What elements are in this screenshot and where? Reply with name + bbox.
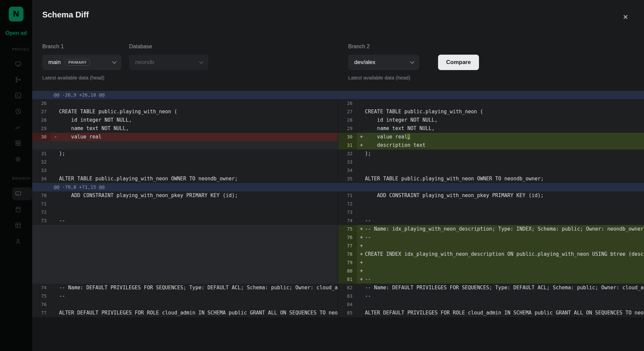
line-number: 31 [338,141,357,150]
diff-line-left: 33 [32,166,338,175]
code-text [59,267,338,275]
code-text: name text NOT NULL, [365,124,644,133]
diff-row: 27CREATE TABLE public.playing_with_neon … [32,108,644,116]
code-text [59,258,338,267]
diff-line-right: 29 name text NOT NULL, [338,124,644,133]
diff-line-left: 32 [32,158,338,166]
schema-diff-modal: Schema Diff ✕ Branch 1 Database Branch 2… [32,0,644,351]
diff-marker [357,208,365,217]
code-text: -- [59,217,338,225]
database-select[interactable]: neondb [129,55,208,70]
diff-line-right: 32); [338,150,644,158]
diff-line-left: 72 [32,208,338,217]
diff-marker [357,108,365,116]
code-text: -- [365,275,644,284]
line-number: 33 [338,158,357,166]
line-number: 29 [338,124,357,133]
code-text: id integer NOT NULL, [59,116,338,124]
diff-row: 29 name text NOT NULL,29 name text NOT N… [32,124,644,133]
code-text: ALTER DEFAULT PRIVILEGES FOR ROLE cloud_… [59,309,338,317]
code-text: CREATE INDEX idx_playing_with_neon_descr… [365,250,644,258]
branch2-select[interactable]: dev/alex [348,55,419,70]
line-number: 32 [338,150,357,158]
diff-marker [51,225,59,233]
diff-view: @@ -26,9 +26,10 @@262627CREATE TABLE pub… [32,91,644,351]
diff-line-left [32,233,338,242]
diff-marker [51,250,59,258]
diff-marker [51,267,59,275]
line-number: 75 [32,292,51,300]
diff-marker [51,309,59,317]
diff-marker [51,116,59,124]
diff-line-right: 77+ [338,242,644,250]
diff-row: 77ALTER DEFAULT PRIVILEGES FOR ROLE clou… [32,309,644,317]
code-text: ALTER DEFAULT PRIVILEGES FOR ROLE cloud_… [365,309,644,317]
diff-line-right: 72 [338,200,644,208]
diff-line-left [32,242,338,250]
diff-line-left: 74-- Name: DEFAULT PRIVILEGES FOR SEQUEN… [32,284,338,292]
line-number [32,233,51,242]
code-text [365,300,644,309]
diff-marker [357,166,365,175]
page-title: Schema Diff [42,10,89,19]
diff-line-left [32,258,338,267]
diff-marker [357,124,365,133]
branch1-select[interactable]: main PRIMARY [42,55,121,70]
diff-row: 31);32); [32,150,644,158]
diff-line-left: 75-- [32,292,338,300]
code-text: ALTER TABLE public.playing_with_neon OWN… [59,175,338,183]
line-number: 71 [32,200,51,208]
diff-line-right: 35ALTER TABLE public.playing_with_neon O… [338,175,644,183]
code-text [59,242,338,250]
code-text: value real [59,133,338,141]
diff-line-left: 70 ADD CONSTRAINT playing_with_neon_pkey… [32,191,338,200]
line-number [32,275,51,284]
chevron-down-icon [199,61,204,64]
line-number [32,250,51,258]
close-button[interactable]: ✕ [619,11,632,23]
diff-marker [51,275,59,284]
compare-button[interactable]: Compare [438,55,479,70]
diff-row: 31+ description text [32,141,644,150]
diff-row: 70 ADD CONSTRAINT playing_with_neon_pkey… [32,191,644,200]
diff-line-right: 71 ADD CONSTRAINT playing_with_neon_pkey… [338,191,644,200]
line-number: 73 [338,208,357,217]
code-text: ); [365,150,644,158]
line-number: 82 [338,284,357,292]
diff-marker: + [357,275,365,284]
diff-line-left [32,250,338,258]
diff-row: 75--83-- [32,292,644,300]
diff-line-left: 76 [32,300,338,309]
diff-row: 2626 [32,99,644,108]
line-number [32,141,51,150]
diff-line-left: 28 id integer NOT NULL, [32,116,338,124]
diff-marker: + [357,133,365,141]
diff-hunk-header: @@ -70,8 +71,15 @@ [32,183,644,191]
diff-line-left [32,225,338,233]
diff-marker: + [357,141,365,150]
close-icon: ✕ [623,14,629,20]
code-text [59,99,338,108]
code-text: ); [59,150,338,158]
diff-line-left: 29 name text NOT NULL, [32,124,338,133]
line-number: 72 [32,208,51,217]
diff-line-left [32,267,338,275]
line-number [32,267,51,275]
line-number: 70 [32,191,51,200]
line-number: 85 [338,309,357,317]
branch1-meta: Latest available data (head) [42,75,104,80]
code-text: CREATE TABLE public.playing_with_neon ( [365,108,644,116]
code-text [365,200,644,208]
diff-row: 34ALTER TABLE public.playing_with_neon O… [32,175,644,183]
line-number: 28 [32,116,51,124]
code-text: description text [365,141,644,150]
diff-row: 78+CREATE INDEX idx_playing_with_neon_de… [32,250,644,258]
line-number: 26 [32,99,51,108]
database-label: Database [129,44,152,50]
code-text: -- [59,292,338,300]
line-number: 72 [338,200,357,208]
diff-marker [51,284,59,292]
code-text [59,158,338,166]
line-number: 34 [338,166,357,175]
diff-row: 77+ [32,242,644,250]
